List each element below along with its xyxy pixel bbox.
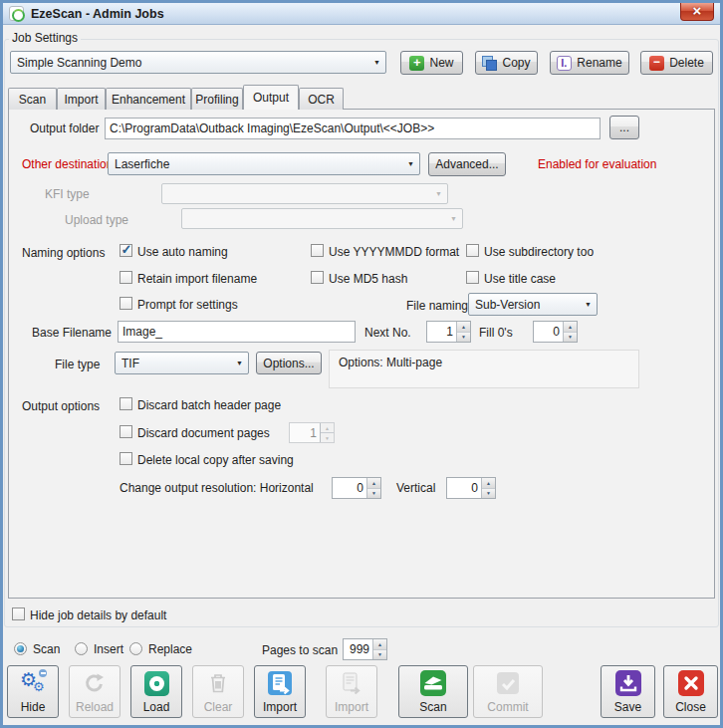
tab-ocr-label: OCR xyxy=(308,93,335,107)
vertical-resolution-value: 0 xyxy=(447,478,481,498)
job-settings-group-label: Job Settings xyxy=(9,31,81,45)
new-job-button[interactable]: New xyxy=(400,51,463,75)
save-button[interactable]: Save xyxy=(601,665,655,718)
clear-button-label: Clear xyxy=(204,700,233,714)
use-yyyymmdd-label: Use YYYYMMDD format xyxy=(329,245,459,259)
reload-icon xyxy=(70,669,120,697)
upload-type-dropdown: ▼ xyxy=(181,208,463,229)
chevron-down-icon: ▼ xyxy=(445,215,462,222)
commit-icon xyxy=(474,669,542,697)
file-type-options-button-label: Options... xyxy=(263,357,314,370)
file-type-options-button[interactable]: Options... xyxy=(256,352,322,374)
tab-profiling[interactable]: Profiling xyxy=(191,88,243,110)
advanced-button[interactable]: Advanced... xyxy=(428,152,506,176)
scan-button-label: Scan xyxy=(419,700,446,714)
use-md5-hash-label: Use MD5 hash xyxy=(329,272,407,286)
spinner-arrows-icon[interactable]: ▲▼ xyxy=(366,478,380,498)
file-type-value: TIF xyxy=(121,357,231,370)
vertical-resolution-spinner[interactable]: 0 ▲▼ xyxy=(446,477,496,499)
discard-pages-value: 1 xyxy=(290,423,320,442)
tab-profiling-label: Profiling xyxy=(195,93,238,107)
use-md5-hash-checkbox[interactable] xyxy=(311,271,324,284)
prompt-for-settings-checkbox[interactable] xyxy=(120,297,132,310)
copy-job-button[interactable]: Copy xyxy=(475,51,538,75)
tab-import-label: Import xyxy=(64,93,98,107)
mode-radio-scan[interactable] xyxy=(14,642,27,655)
file-naming-value: Sub-Version xyxy=(475,298,580,312)
tab-import[interactable]: Import xyxy=(57,88,106,110)
tab-scan[interactable]: Scan xyxy=(8,88,57,110)
delete-local-copy-label: Delete local copy after saving xyxy=(137,453,294,467)
mode-radio-replace-label: Replace xyxy=(148,642,192,656)
horizontal-resolution-spinner[interactable]: 0 ▲▼ xyxy=(332,477,381,499)
rename-job-button[interactable]: Rename xyxy=(550,51,629,75)
retain-import-filename-checkbox[interactable] xyxy=(120,271,132,284)
use-title-case-checkbox[interactable] xyxy=(466,271,479,284)
spinner-arrows-icon: ▲▼ xyxy=(320,423,334,442)
rename-job-button-label: Rename xyxy=(577,56,621,70)
close-button[interactable]: Close xyxy=(663,665,718,718)
use-yyyymmdd-checkbox[interactable] xyxy=(311,244,324,257)
use-subdirectory-checkbox[interactable] xyxy=(466,244,479,257)
file-type-dropdown[interactable]: TIF ▼ xyxy=(115,352,249,374)
browse-folder-button[interactable]: ... xyxy=(609,116,639,139)
tab-ocr[interactable]: OCR xyxy=(299,88,344,110)
output-folder-input[interactable] xyxy=(105,118,601,139)
spinner-arrows-icon[interactable]: ▲▼ xyxy=(481,478,495,498)
chevron-down-icon: ▼ xyxy=(580,301,597,308)
title-bar[interactable]: EzeScan - Admin Jobs xyxy=(3,3,720,25)
close-icon xyxy=(664,669,717,697)
chevron-down-icon: ▼ xyxy=(402,160,419,167)
output-options-label: Output options xyxy=(22,399,100,413)
use-auto-naming-checkbox[interactable] xyxy=(120,244,132,257)
spinner-arrows-icon[interactable]: ▲▼ xyxy=(563,322,577,342)
fill-zeros-value: 0 xyxy=(534,322,563,342)
upload-type-label: Upload type xyxy=(65,213,128,227)
import-button[interactable]: Import xyxy=(254,665,306,718)
file-naming-dropdown[interactable]: Sub-Version ▼ xyxy=(468,293,598,316)
window-close-button[interactable] xyxy=(680,3,714,21)
import-document-icon xyxy=(255,669,305,697)
options-summary: Options: Multi-page xyxy=(339,356,442,369)
mode-radio-insert[interactable] xyxy=(75,642,88,655)
resolution-horizontal-label: Change output resolution: Horizontal xyxy=(120,481,314,495)
hide-button[interactable]: ⚙⚙ Hide xyxy=(7,665,59,718)
discard-batch-header-checkbox[interactable] xyxy=(120,397,132,410)
pages-to-scan-spinner[interactable]: 999 ▲▼ xyxy=(343,638,387,660)
destination-dropdown[interactable]: Laserfiche ▼ xyxy=(108,152,420,175)
fill-zeros-spinner[interactable]: 0 ▲▼ xyxy=(533,321,578,343)
scanner-icon xyxy=(399,669,467,697)
mode-radio-replace[interactable] xyxy=(129,642,142,655)
tab-output[interactable]: Output xyxy=(243,85,299,110)
scan-button[interactable]: Scan xyxy=(398,665,468,718)
load-button[interactable]: Load xyxy=(130,665,182,718)
delete-job-button[interactable]: Delete xyxy=(640,51,713,75)
ezescan-logo-icon xyxy=(9,6,24,21)
naming-options-label: Naming options xyxy=(22,246,105,260)
import-button-label: Import xyxy=(263,700,297,714)
hide-job-details-checkbox[interactable] xyxy=(12,607,25,620)
clear-button: Clear xyxy=(192,665,244,718)
kfi-type-dropdown: ▼ xyxy=(161,183,448,204)
tab-enhancement[interactable]: Enhancement xyxy=(106,88,191,110)
delete-local-copy-checkbox[interactable] xyxy=(120,452,132,465)
spinner-arrows-icon[interactable]: ▲▼ xyxy=(372,639,386,659)
close-button-label: Close xyxy=(675,700,706,714)
spinner-arrows-icon[interactable]: ▲▼ xyxy=(456,322,470,342)
import-disabled-button-label: Import xyxy=(335,700,368,714)
discard-document-pages-checkbox[interactable] xyxy=(120,425,132,438)
reload-button-label: Reload xyxy=(76,700,114,714)
prompt-for-settings-label: Prompt for settings xyxy=(137,298,238,312)
discard-document-pages-label: Discard document pages xyxy=(137,426,270,440)
import-document-icon xyxy=(327,669,376,697)
next-no-value: 1 xyxy=(427,322,456,342)
commit-button: Commit xyxy=(473,665,543,718)
tab-enhancement-label: Enhancement xyxy=(112,93,185,107)
base-filename-input[interactable] xyxy=(118,321,356,343)
discard-batch-header-label: Discard batch header page xyxy=(137,398,281,412)
retain-import-filename-label: Retain import filename xyxy=(137,272,257,286)
next-no-spinner[interactable]: 1 ▲▼ xyxy=(426,321,471,343)
save-button-label: Save xyxy=(614,700,641,714)
job-select-dropdown[interactable]: Simple Scanning Demo ▼ xyxy=(10,51,386,74)
gears-icon: ⚙⚙ xyxy=(8,669,58,697)
